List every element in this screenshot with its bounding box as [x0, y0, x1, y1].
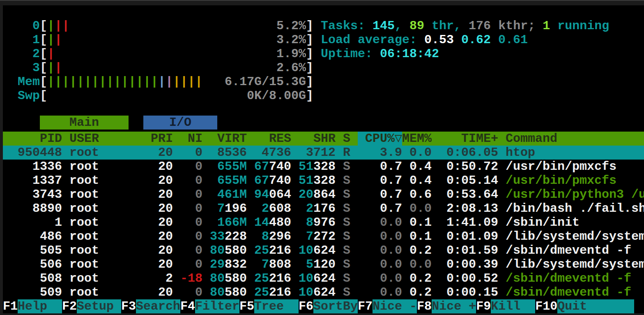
column-gap: [350, 285, 358, 299]
fn-tree[interactable]: F5Tree: [239, 299, 299, 313]
process-row-pid-509[interactable]: 509root200805802521610624S0.00.20:00.15/…: [3, 285, 644, 299]
mem-percent: 0.0: [409, 202, 432, 215]
process-row-pid-486[interactable]: 486root2003322882967272S0.00.10:01.09/li…: [3, 229, 644, 243]
nice-value: 0: [195, 229, 202, 243]
cell-cpu: 0.0: [358, 243, 402, 257]
cell-text: 950448: [18, 146, 62, 160]
fn-nice[interactable]: F8Nice +: [417, 299, 476, 313]
cpu-percent: 0.7: [380, 188, 402, 202]
fn-action-label: Nice +: [432, 299, 476, 313]
column-gap: [62, 160, 69, 174]
cell-text: root: [69, 188, 99, 202]
command-text: /bin/bash ./fail.sh: [506, 202, 644, 215]
cell-text: 0:01.09: [446, 229, 498, 243]
meter-bar-segment-red: |: [55, 61, 62, 75]
process-row-pid-3743[interactable]: 3743root200461M9406420864S0.70.60:53.64/…: [3, 188, 644, 202]
fn-filter[interactable]: F4Filter: [180, 299, 239, 313]
process-row-pid-506[interactable]: 506root2002983278085120S0.00.00:00.39/li…: [3, 257, 644, 271]
column-header-time[interactable]: TIME+: [439, 132, 498, 146]
cell-pid: 1336: [3, 160, 62, 174]
tab-io[interactable]: I/O: [143, 116, 217, 130]
function-key-bar: F1HelpF2SetupF3SearchF4FilterF5TreeF6Sor…: [3, 299, 634, 313]
mem-digit-group: 80: [210, 285, 225, 299]
column-header-ni[interactable]: NI: [180, 132, 202, 146]
load-average-segment: Load average:: [321, 33, 424, 47]
mem-digit-group: 655M: [217, 174, 247, 188]
column-header-pid[interactable]: PID: [3, 132, 62, 146]
fn-action-label: Setup: [77, 299, 121, 313]
process-row-pid-950448[interactable]: 950448root200853647363712R3.90.00:06.05h…: [3, 146, 644, 160]
fn-search[interactable]: F3Search: [121, 299, 180, 313]
mem-percent: 0.0: [409, 146, 432, 160]
cell-mem: 0.0: [402, 146, 432, 160]
column-gap: [350, 188, 358, 202]
mem-digit-group: 296: [269, 229, 291, 243]
column-gap: [173, 202, 180, 215]
cell-cmd: /bin/bash ./fail.sh: [506, 202, 644, 215]
mem-digit-group: 808: [269, 257, 291, 271]
column-gap: [498, 174, 506, 188]
cell-ni: 0: [180, 146, 202, 160]
column-gap: [247, 243, 254, 257]
column-gap: [143, 160, 151, 174]
mem-digit-group: 80: [210, 271, 225, 285]
fn-help[interactable]: F1Help: [3, 299, 62, 313]
column-gap: [173, 132, 180, 146]
column-header-cmd[interactable]: Command: [506, 132, 644, 146]
process-row-pid-505[interactable]: 505root200805802521610624S0.00.20:01.59/…: [3, 243, 644, 257]
cell-cpu: 0.0: [358, 271, 402, 285]
cell-cpu: 0.7: [358, 174, 402, 188]
process-row-pid-508[interactable]: 508root2-18805802521610624S0.00.20:00.52…: [3, 271, 644, 285]
cell-text: root: [69, 202, 99, 215]
cell-text: 8890: [32, 202, 62, 215]
cell-mem: 0.0: [402, 202, 432, 215]
process-row-pid-1337[interactable]: 1337root200655M6774051328S0.70.40:05.14/…: [3, 174, 644, 188]
fn-sortby[interactable]: F6SortBy: [299, 299, 358, 313]
column-header-pri[interactable]: PRI: [151, 132, 173, 146]
cell-cmd: /sbin/dmeventd -f: [506, 243, 644, 257]
column-gap: [432, 285, 439, 299]
load-average-segment: 0.53: [424, 33, 461, 47]
column-header-virt[interactable]: VIRT: [210, 132, 247, 146]
column-gap: [62, 243, 69, 257]
cell-text: root: [69, 257, 99, 271]
fn-quit[interactable]: F10Quit: [535, 299, 634, 313]
cell-cpu: 0.7: [358, 188, 402, 202]
cell-s: S: [343, 188, 350, 202]
meter-label: 2: [3, 47, 40, 61]
column-gap: [350, 271, 358, 285]
column-gap: [498, 285, 506, 299]
meter-value: 3.2%: [276, 33, 306, 47]
command-text: /usr/bin/pmxcfs: [506, 174, 616, 188]
fn-setup[interactable]: F2Setup: [62, 299, 121, 313]
fn-nice[interactable]: F7Nice -: [358, 299, 417, 313]
cell-text: root: [69, 285, 99, 299]
fn-key-label: F6: [299, 299, 313, 313]
cell-shr: 10624: [299, 271, 336, 285]
process-row-pid-8890[interactable]: 8890root200719626082176S0.70.02:08.13/bi…: [3, 202, 644, 215]
column-header-user[interactable]: USER: [69, 132, 143, 146]
cell-mem: 0.2: [402, 285, 432, 299]
column-header-s[interactable]: S: [343, 132, 350, 146]
meter-label: Mem: [3, 75, 40, 89]
cell-pid: 509: [3, 285, 62, 299]
cpu-percent: 0.0: [380, 285, 402, 299]
cell-shr: 7272: [299, 229, 336, 243]
meter-value: 5.2%: [276, 19, 306, 33]
process-row-pid-1336[interactable]: 1336root200655M6774051328S0.70.40:50.72/…: [3, 160, 644, 174]
mem-digit-group: 4736: [262, 146, 291, 160]
tab-main[interactable]: Main: [40, 116, 129, 130]
column-header-mem[interactable]: MEM%: [402, 132, 432, 146]
process-row-pid-1[interactable]: 1root200166M144808976S0.00.11:41.09/sbin…: [3, 215, 644, 229]
nice-value: 0: [195, 202, 202, 215]
fn-kill[interactable]: F9Kill: [476, 299, 535, 313]
cell-text: 1337: [32, 174, 62, 188]
column-gap: [247, 215, 254, 229]
cell-text: 1336: [32, 160, 62, 174]
cell-shr: 10624: [299, 285, 336, 299]
column-header-shr[interactable]: SHR: [299, 132, 336, 146]
column-header-res[interactable]: RES: [254, 132, 291, 146]
cell-mem: 0.4: [402, 174, 432, 188]
column-header-cpu[interactable]: CPU%▽: [358, 132, 402, 146]
cell-cpu: 0.7: [358, 202, 402, 215]
